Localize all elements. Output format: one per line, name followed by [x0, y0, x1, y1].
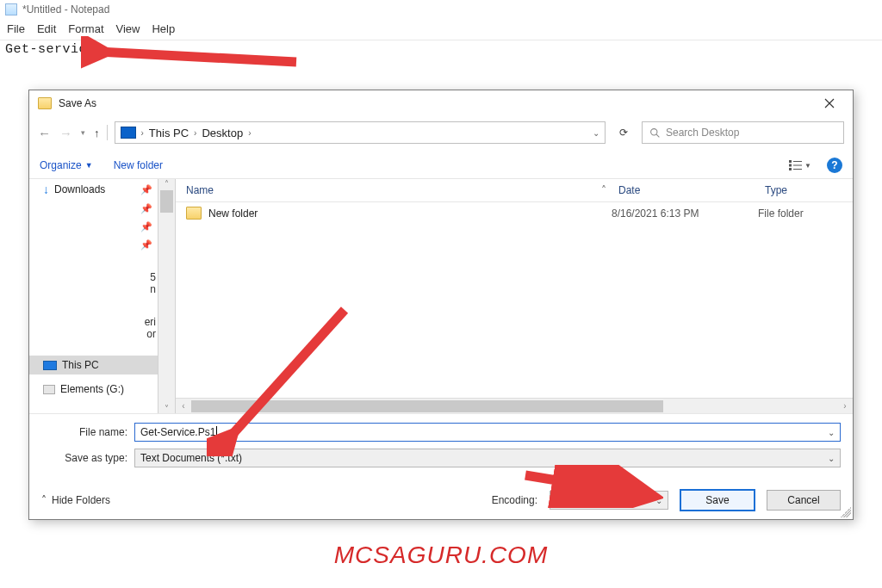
- resize-grip[interactable]: [841, 507, 851, 517]
- svg-rect-5: [793, 165, 802, 166]
- cancel-button[interactable]: Cancel: [767, 490, 841, 511]
- save-button[interactable]: Save: [680, 490, 755, 511]
- horizontal-scrollbar[interactable]: ‹ ›: [176, 398, 853, 413]
- file-type: File folder: [758, 207, 853, 220]
- this-pc-icon: [121, 127, 136, 139]
- nav-this-pc[interactable]: This PC: [29, 356, 158, 374]
- help-button[interactable]: ?: [827, 158, 842, 173]
- nav-drive-label: Elements (G:): [60, 383, 124, 395]
- chevron-down-icon: ▼: [804, 162, 811, 170]
- scroll-left-icon[interactable]: ‹: [176, 401, 191, 411]
- chevron-right-icon: ›: [140, 128, 146, 138]
- save-as-dialog: Save As ← → ▾ ↑ › This PC › Desktop › ⌄ …: [28, 90, 854, 520]
- nav-truncated-item[interactable]: or: [29, 328, 158, 340]
- filename-input[interactable]: Get-Service.Ps1 ⌄: [134, 423, 841, 442]
- chevron-down-icon[interactable]: ⌄: [655, 496, 662, 505]
- new-folder-button[interactable]: New folder: [114, 159, 163, 171]
- file-row[interactable]: New folder 8/16/2021 6:13 PM File folder: [176, 202, 853, 224]
- notepad-icon: [5, 3, 17, 15]
- save-as-type-dropdown[interactable]: Text Documents (*.txt) ⌄: [134, 449, 841, 467]
- chevron-right-icon: ›: [246, 128, 252, 138]
- chevron-down-icon[interactable]: ⌄: [828, 454, 835, 463]
- back-button[interactable]: ←: [38, 126, 51, 140]
- download-icon: ↓: [43, 183, 49, 196]
- column-headers: Name ˄ Date Type: [176, 179, 853, 202]
- notepad-title: *Untitled - Notepad: [22, 3, 109, 15]
- nav-pinned-item[interactable]: 📌: [29, 200, 158, 218]
- up-button[interactable]: ↑: [94, 127, 100, 139]
- filename-value: Get-Service.Ps1: [140, 426, 215, 438]
- dialog-icon: [38, 97, 52, 109]
- nav-truncated-item[interactable]: n: [29, 283, 158, 295]
- menu-edit[interactable]: Edit: [37, 22, 56, 35]
- nav-separator: [107, 125, 108, 140]
- file-name: New folder: [208, 207, 258, 220]
- address-dropdown-icon[interactable]: ⌄: [593, 128, 599, 138]
- savetype-value: Text Documents (*.txt): [140, 452, 242, 464]
- nav-this-pc-label: This PC: [62, 359, 99, 371]
- chevron-down-icon: ▼: [85, 161, 93, 170]
- search-icon: [649, 127, 661, 139]
- notepad-content[interactable]: Get-service: [0, 40, 882, 59]
- svg-line-1: [656, 134, 659, 137]
- recent-dropdown[interactable]: ▾: [81, 128, 85, 137]
- chevron-down-icon[interactable]: ⌄: [828, 428, 835, 437]
- pin-icon: 📌: [140, 221, 152, 232]
- nav-pane: ↓ Downloads 📌 📌 📌 📌 5 n eri or This PC E…: [29, 179, 158, 413]
- organize-button[interactable]: Organize ▼: [40, 159, 93, 171]
- chevron-right-icon: ›: [192, 128, 198, 138]
- menu-view[interactable]: View: [116, 22, 140, 35]
- nav-truncated-item[interactable]: eri: [29, 316, 158, 328]
- col-header-name[interactable]: Name: [176, 179, 594, 201]
- svg-rect-6: [789, 168, 792, 170]
- nav-pinned-item[interactable]: 📌: [29, 218, 158, 236]
- form-area: File name: Get-Service.Ps1 ⌄ Save as typ…: [29, 413, 853, 485]
- search-box[interactable]: Search Desktop: [642, 121, 844, 144]
- scroll-thumb[interactable]: [191, 400, 663, 412]
- encoding-label: Encoding:: [492, 494, 537, 506]
- notepad-window: *Untitled - Notepad File Edit Format Vie…: [0, 0, 882, 59]
- pin-icon: 📌: [140, 239, 152, 251]
- col-header-date[interactable]: Date: [612, 179, 758, 201]
- breadcrumb-thispc[interactable]: This PC: [149, 127, 189, 139]
- view-options-button[interactable]: ▼: [789, 160, 811, 170]
- nav-truncated-item[interactable]: 5: [29, 271, 158, 283]
- svg-point-0: [651, 128, 657, 134]
- monitor-icon: [43, 361, 57, 370]
- nav-arrows: ← → ▾ ↑: [38, 126, 100, 140]
- text-caret: [216, 426, 217, 438]
- nav-scrollbar[interactable]: ˄ ˅: [158, 179, 176, 413]
- forward-button[interactable]: →: [59, 126, 72, 140]
- breadcrumb-desktop[interactable]: Desktop: [202, 127, 243, 139]
- dialog-titlebar: Save As: [29, 90, 853, 116]
- file-pane: Name ˄ Date Type New folder 8/16/2021 6:…: [176, 179, 853, 413]
- list-view-icon: [789, 160, 803, 170]
- pin-icon: 📌: [140, 203, 152, 214]
- address-bar[interactable]: › This PC › Desktop › ⌄: [115, 121, 606, 144]
- chevron-up-icon: ˄: [41, 494, 47, 506]
- menu-file[interactable]: File: [7, 22, 25, 35]
- pin-icon: 📌: [140, 184, 152, 195]
- encoding-dropdown[interactable]: UTF-8 ⌄: [550, 491, 668, 510]
- dialog-title: Save As: [59, 97, 96, 109]
- scroll-right-icon[interactable]: ›: [837, 401, 853, 411]
- close-button[interactable]: [815, 94, 844, 113]
- hide-folders-button[interactable]: ˄ Hide Folders: [41, 494, 110, 506]
- nav-downloads[interactable]: ↓ Downloads 📌: [29, 179, 158, 200]
- refresh-button[interactable]: ⟳: [612, 121, 635, 144]
- file-date: 8/16/2021 6:13 PM: [612, 207, 758, 220]
- watermark-text: MCSAGURU.COM: [0, 542, 882, 569]
- col-sort-indicator: ˄: [594, 179, 612, 201]
- menu-format[interactable]: Format: [68, 22, 103, 35]
- address-row: ← → ▾ ↑ › This PC › Desktop › ⌄ ⟳ Search…: [29, 116, 853, 152]
- nav-drive-elements[interactable]: Elements (G:): [29, 380, 158, 399]
- svg-rect-4: [789, 164, 792, 167]
- explorer-area: ↓ Downloads 📌 📌 📌 📌 5 n eri or This PC E…: [29, 179, 853, 413]
- drive-icon: [43, 385, 55, 394]
- encoding-value: UTF-8: [556, 494, 585, 506]
- nav-pinned-item[interactable]: 📌: [29, 236, 158, 254]
- menu-help[interactable]: Help: [152, 22, 175, 35]
- col-header-type[interactable]: Type: [758, 179, 853, 201]
- folder-icon: [186, 207, 202, 220]
- file-list[interactable]: New folder 8/16/2021 6:13 PM File folder: [175, 202, 853, 398]
